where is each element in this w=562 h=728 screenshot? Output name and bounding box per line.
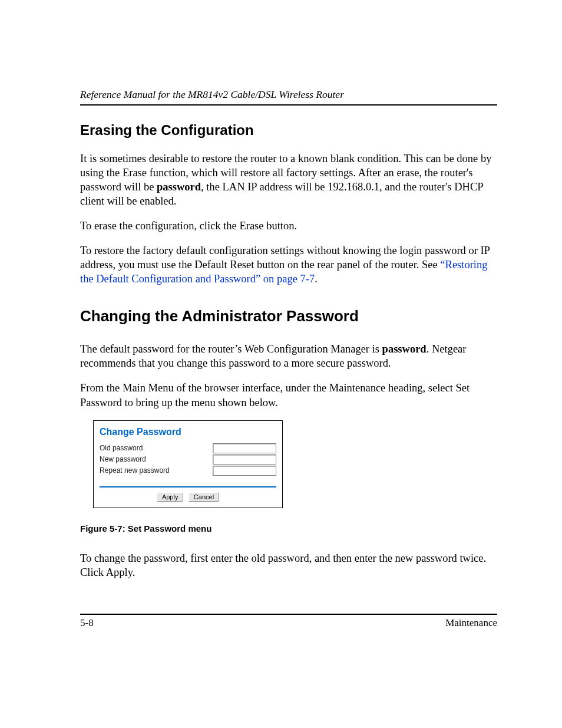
row-repeat-password: Repeat new password (100, 466, 276, 476)
text: . (315, 273, 318, 285)
body-paragraph: From the Main Menu of the browser interf… (80, 381, 497, 409)
panel-title: Change Password (94, 421, 282, 441)
running-header: Reference Manual for the MR814v2 Cable/D… (80, 88, 497, 106)
text: To restore the factory default configura… (80, 245, 490, 271)
footer-chapter: Maintenance (445, 617, 497, 629)
page-number: 5-8 (80, 617, 94, 629)
heading-changing-admin-password: Changing the Administrator Password (80, 307, 497, 325)
new-password-input[interactable] (213, 454, 276, 465)
row-old-password: Old password (100, 443, 276, 453)
text: The default password for the router’s We… (80, 343, 382, 355)
change-password-panel: Change Password Old password New passwor… (93, 420, 283, 508)
bold-text: password (157, 181, 201, 193)
heading-erasing-configuration: Erasing the Configuration (80, 122, 497, 139)
cancel-button[interactable]: Cancel (189, 492, 219, 502)
body-paragraph: To restore the factory default configura… (80, 243, 497, 286)
body-paragraph: The default password for the router’s We… (80, 342, 497, 370)
apply-button[interactable]: Apply (157, 492, 184, 502)
body-paragraph: To erase the configuration, click the Er… (80, 219, 497, 233)
panel-separator (100, 486, 276, 487)
panel-button-bar: Apply Cancel (94, 491, 282, 508)
figure-caption: Figure 5-7: Set Password menu (80, 523, 497, 533)
panel-body: Old password New password Repeat new pas… (94, 441, 282, 482)
old-password-input[interactable] (213, 443, 276, 453)
page: Reference Manual for the MR814v2 Cable/D… (0, 0, 562, 728)
label-repeat-password: Repeat new password (100, 466, 170, 475)
label-new-password: New password (100, 455, 146, 463)
page-footer: 5-8 Maintenance (80, 614, 497, 629)
bold-text: password (382, 343, 427, 355)
label-old-password: Old password (100, 444, 143, 452)
body-paragraph: It is sometimes desirable to restore the… (80, 151, 497, 208)
repeat-password-input[interactable] (213, 466, 276, 476)
body-paragraph: To change the password, first enter the … (80, 551, 497, 579)
row-new-password: New password (100, 454, 276, 465)
